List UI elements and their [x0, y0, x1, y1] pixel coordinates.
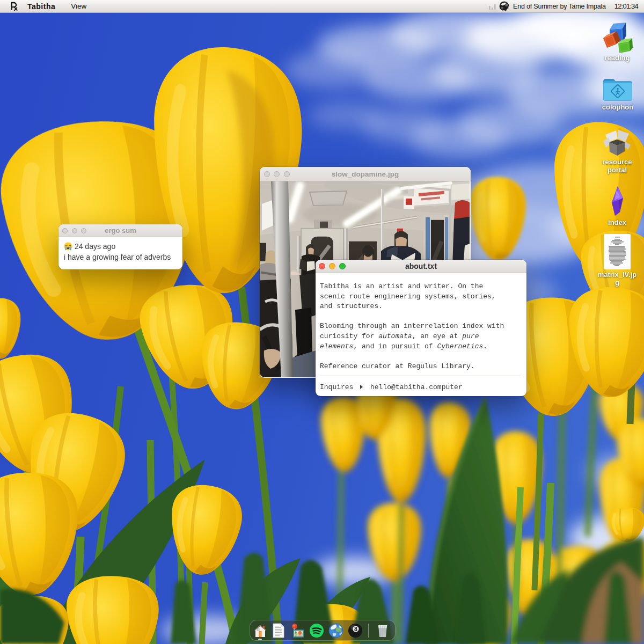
svg-text:8: 8: [354, 626, 357, 632]
